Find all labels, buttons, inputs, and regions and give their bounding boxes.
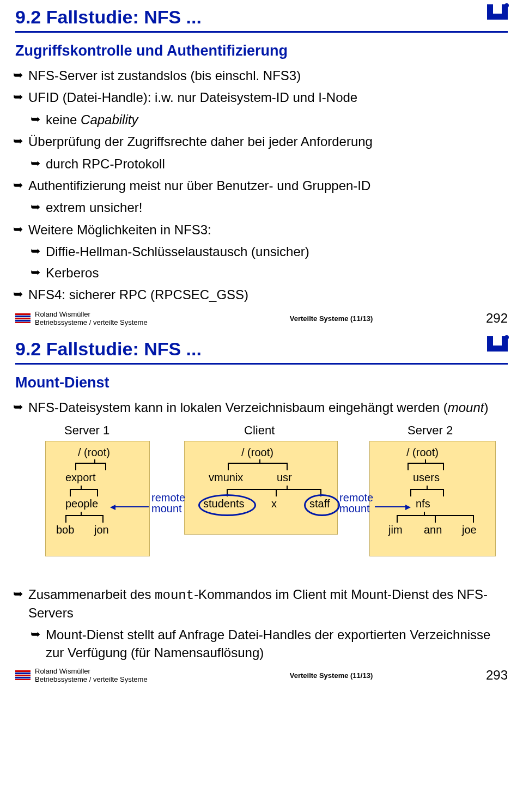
tree-node: bob	[56, 524, 74, 536]
diagram-label-server1: Server 1	[64, 423, 110, 438]
page-number: 292	[464, 311, 508, 326]
tree-node: export	[65, 471, 96, 484]
footer-logo-icon	[15, 313, 31, 323]
remote-mount-arrow-icon	[113, 506, 149, 507]
bullet-sub-item: keine Capability	[46, 111, 508, 129]
slide-subtitle: Mount-Dienst	[15, 374, 508, 391]
bullet-item: Authentifizierung meist nur über Benutze…	[28, 177, 508, 195]
tree-node: ann	[424, 524, 442, 536]
tree-node: x	[271, 498, 277, 510]
slide-292: 9.2 Fallstudie: NFS ... Zugriffskontroll…	[0, 0, 523, 304]
mount-point-circle-icon	[304, 494, 340, 516]
page-number: 293	[464, 668, 508, 683]
bullet-sub-item: Mount-Dienst stellt auf Anfrage Datei-Ha…	[46, 626, 508, 662]
university-logo-icon	[487, 4, 508, 24]
bullet-sub-item: Diffie-Hellman-Schlüsselaustausch (unsic…	[46, 243, 508, 260]
tree-node: users	[413, 471, 440, 484]
bullet-item: NFS-Server ist zustandslos (bis einschl.…	[28, 67, 508, 84]
tree-node: / (root)	[406, 446, 439, 459]
slide-subtitle: Zugriffskontrolle und Authentifizierung	[15, 43, 508, 59]
footer-lecture: Verteilte Systeme (11/13)	[198, 314, 464, 323]
remote-mount-label: remote mount	[339, 492, 373, 514]
tree-node: / (root)	[241, 446, 273, 459]
slide-footer: Roland Wismüller Betriebssysteme / verte…	[0, 665, 523, 689]
tree-node: people	[65, 498, 98, 510]
mount-diagram: Server 1 Client Server 2 / (root) export…	[15, 423, 508, 576]
tree-node: / (root)	[78, 446, 110, 459]
bullet-sub-item: extrem unsicher!	[46, 199, 508, 216]
footer-dept: Betriebssysteme / verteilte Systeme	[35, 675, 198, 683]
tree-node: nfs	[416, 498, 430, 510]
bullet-sub-item: Kerberos	[46, 264, 508, 282]
bullet-sub-item: durch RPC-Protokoll	[46, 155, 508, 173]
tree-node: jim	[388, 524, 403, 536]
remote-mount-label: remote mount	[151, 492, 185, 514]
tree-node: vmunix	[209, 471, 243, 484]
bullet-item: Zusammenarbeit des mount-Kommandos im Cl…	[28, 586, 508, 622]
bullet-item: NFS-Dateisystem kann in lokalen Verzeich…	[28, 399, 508, 416]
footer-dept: Betriebssysteme / verteilte Systeme	[35, 318, 198, 326]
bullet-list: NFS-Dateisystem kann in lokalen Verzeich…	[15, 399, 508, 416]
footer-author: Roland Wismüller	[35, 667, 198, 675]
university-logo-icon	[487, 336, 508, 356]
diagram-label-server2: Server 2	[408, 423, 453, 438]
footer-author: Roland Wismüller	[35, 310, 198, 318]
diagram-label-client: Client	[244, 423, 275, 438]
remote-mount-arrow-icon	[375, 506, 408, 507]
tree-node: joe	[462, 524, 477, 536]
footer-logo-icon	[15, 670, 31, 680]
mount-point-circle-icon	[198, 494, 256, 516]
footer-lecture: Verteilte Systeme (11/13)	[198, 671, 464, 680]
slide-title: 9.2 Fallstudie: NFS ...	[15, 338, 508, 365]
slide-title: 9.2 Fallstudie: NFS ...	[15, 7, 508, 33]
slide-footer: Roland Wismüller Betriebssysteme / verte…	[0, 308, 523, 332]
tree-node: usr	[277, 471, 292, 484]
bullet-list: NFS-Server ist zustandslos (bis einschl.…	[15, 67, 508, 304]
bullet-item: Weitere Möglichkeiten in NFS3:	[28, 221, 508, 239]
bullet-item: NFS4: sicherer RPC (RPCSEC_GSS)	[28, 286, 508, 304]
bullet-item: UFID (Datei-Handle): i.w. nur Dateisyste…	[28, 89, 508, 106]
tree-node: jon	[94, 524, 109, 536]
bullet-item: Überprüfung der Zugriffsrechte daher bei…	[28, 133, 508, 150]
slide-293: 9.2 Fallstudie: NFS ... Mount-Dienst NFS…	[0, 332, 523, 662]
bullet-list: Zusammenarbeit des mount-Kommandos im Cl…	[15, 586, 508, 662]
